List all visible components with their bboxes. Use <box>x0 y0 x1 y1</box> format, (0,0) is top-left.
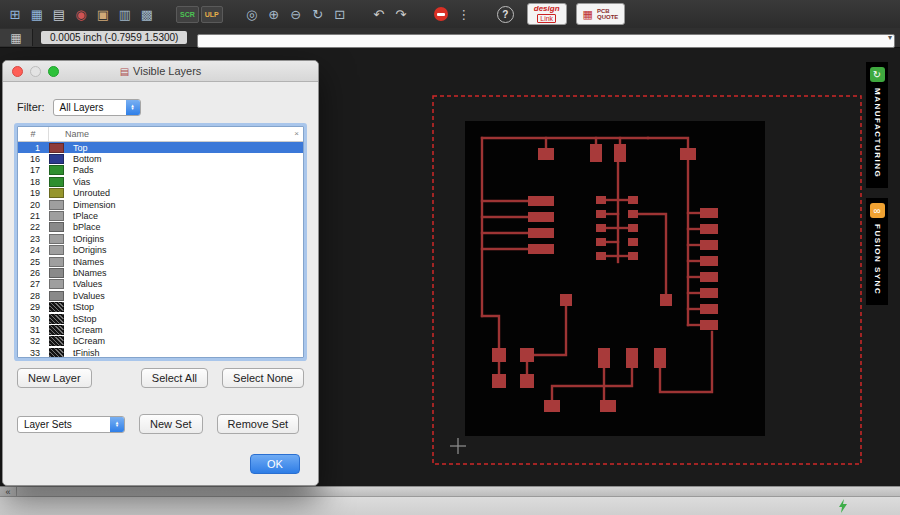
toolbar-separator <box>413 14 428 15</box>
ulp-icon[interactable]: ULP <box>201 6 223 23</box>
layer-row[interactable]: 20Dimension <box>18 199 303 210</box>
zoom-redraw-icon[interactable]: ↻ <box>308 4 328 24</box>
layer-name: Top <box>73 143 88 153</box>
layer-number: 30 <box>22 314 40 324</box>
layer-number: 26 <box>22 268 40 278</box>
layer-name: tValues <box>73 279 102 289</box>
layer-number: 25 <box>22 257 40 267</box>
layer-list-body: 1Top16Bottom17Pads18Vias19Unrouted20Dime… <box>18 142 303 358</box>
layer-number: 19 <box>22 188 40 198</box>
layer-row[interactable]: 19Unrouted <box>18 188 303 199</box>
undo-icon[interactable]: ↶ <box>369 4 389 24</box>
layer-row[interactable]: 23tOrigins <box>18 233 303 244</box>
layer-row[interactable]: 28bValues <box>18 290 303 301</box>
dropdown-stepper-icon: ▴▾ <box>110 417 124 432</box>
new-layer-button[interactable]: New Layer <box>17 368 92 388</box>
layer-color-swatch <box>49 188 64 198</box>
tab-manufacturing[interactable]: ↻MANUFACTURING <box>866 62 888 188</box>
zoom-out-icon[interactable]: ⊖ <box>286 4 306 24</box>
filter-value: All Layers <box>54 102 126 113</box>
save-icon[interactable]: ▦ <box>27 4 47 24</box>
layer-row[interactable]: 22bPlace <box>18 222 303 233</box>
select-all-button[interactable]: Select All <box>141 368 208 388</box>
layer-row[interactable]: 21tPlace <box>18 210 303 221</box>
main-toolbar: ⊞▦▤◉▣▥▩SCRULP◎⊕⊖↻⊡↶↷⋮? design Link ▦ PCB… <box>0 0 900 29</box>
settings-icon[interactable]: ▩ <box>137 4 157 24</box>
layer-color-swatch <box>49 348 64 358</box>
zoom-in-icon[interactable]: ⊕ <box>264 4 284 24</box>
command-history-dropdown-icon[interactable]: ▾ <box>888 33 892 42</box>
layer-number: 18 <box>22 177 40 187</box>
toolbar-separator <box>476 14 491 15</box>
select-none-button[interactable]: Select None <box>222 368 304 388</box>
cursor-coordinates: 0.0005 inch (-0.7959 1.5300) <box>41 31 187 44</box>
layer-sets-dropdown[interactable]: Layer Sets ▴▾ <box>17 416 125 433</box>
layer-row[interactable]: 32bCream <box>18 336 303 347</box>
layer-row[interactable]: 29tStop <box>18 301 303 312</box>
layer-name: bStop <box>73 314 97 324</box>
pcb-quote-line2: QUOTE <box>597 14 618 20</box>
layer-row[interactable]: 27tValues <box>18 279 303 290</box>
fusion-sync-icon: ∞ <box>870 203 885 218</box>
filter-label: Filter: <box>17 101 45 113</box>
library-icon[interactable]: ▥ <box>115 4 135 24</box>
column-name: Name <box>49 129 89 139</box>
layer-list: # Name × 1Top16Bottom17Pads18Vias19Unrou… <box>17 126 304 358</box>
layer-row[interactable]: 26bNames <box>18 267 303 278</box>
design-link-button[interactable]: design Link <box>527 3 567 25</box>
open-icon[interactable]: ⊞ <box>5 4 25 24</box>
ok-button[interactable]: OK <box>250 454 300 474</box>
cam-processor-icon[interactable]: ◉ <box>71 4 91 24</box>
layer-color-swatch <box>49 165 64 175</box>
layer-name: tStop <box>73 302 94 312</box>
coordinate-bar: ▦ 0.0005 inch (-0.7959 1.5300) ▾ <box>0 28 900 48</box>
zoom-fit-icon[interactable]: ◎ <box>242 4 262 24</box>
layer-number: 22 <box>22 222 40 232</box>
help-icon[interactable]: ? <box>497 6 514 23</box>
design-link-label: design <box>534 5 560 13</box>
new-set-button[interactable]: New Set <box>139 414 203 434</box>
grid-settings-button[interactable]: ▦ <box>0 29 33 46</box>
layer-row[interactable]: 25tNames <box>18 256 303 267</box>
design-link-sublabel: Link <box>537 14 556 23</box>
remove-set-button[interactable]: Remove Set <box>217 414 300 434</box>
board-icon[interactable]: ▣ <box>93 4 113 24</box>
layer-row[interactable]: 33tFinish <box>18 347 303 358</box>
more-icon[interactable]: ⋮ <box>454 4 474 24</box>
layer-name: bOrigins <box>73 245 107 255</box>
tab-fusion-sync[interactable]: ∞FUSION SYNC <box>866 198 888 305</box>
layer-name: Vias <box>73 177 90 187</box>
layer-color-swatch <box>49 154 64 164</box>
dialog-titlebar[interactable]: ▤Visible Layers <box>3 61 318 82</box>
layer-name: bCream <box>73 336 105 346</box>
redo-icon[interactable]: ↷ <box>391 4 411 24</box>
layer-row[interactable]: 24bOrigins <box>18 245 303 256</box>
status-bar <box>0 496 900 515</box>
crosshair-cursor <box>450 438 466 454</box>
layer-color-swatch <box>49 257 64 267</box>
header-close-icon[interactable]: × <box>294 127 299 141</box>
pcb-quote-button[interactable]: ▦ PCB QUOTE <box>576 3 626 25</box>
layer-row[interactable]: 31tCream <box>18 324 303 335</box>
layer-color-swatch <box>49 245 64 255</box>
layer-color-swatch <box>49 268 64 278</box>
layer-number: 28 <box>22 291 40 301</box>
layer-number: 17 <box>22 165 40 175</box>
zoom-select-icon[interactable]: ⊡ <box>330 4 350 24</box>
stop-icon[interactable] <box>434 7 448 21</box>
layer-color-swatch <box>49 222 64 232</box>
layer-row[interactable]: 1Top <box>18 142 303 153</box>
layer-row[interactable]: 16Bottom <box>18 153 303 164</box>
layer-row[interactable]: 18Vias <box>18 176 303 187</box>
layer-row[interactable]: 30bStop <box>18 313 303 324</box>
layer-name: Dimension <box>73 200 116 210</box>
layer-number: 33 <box>22 348 40 358</box>
layer-number: 20 <box>22 200 40 210</box>
layer-row[interactable]: 17Pads <box>18 165 303 176</box>
filter-dropdown[interactable]: All Layers ▴▾ <box>53 99 141 116</box>
script-icon[interactable]: SCR <box>176 6 199 23</box>
visible-layers-dialog: ▤Visible Layers Filter: All Layers ▴▾ # … <box>2 60 319 486</box>
command-input[interactable] <box>197 34 895 48</box>
layer-list-header[interactable]: # Name × <box>18 127 303 142</box>
print-icon[interactable]: ▤ <box>49 4 69 24</box>
